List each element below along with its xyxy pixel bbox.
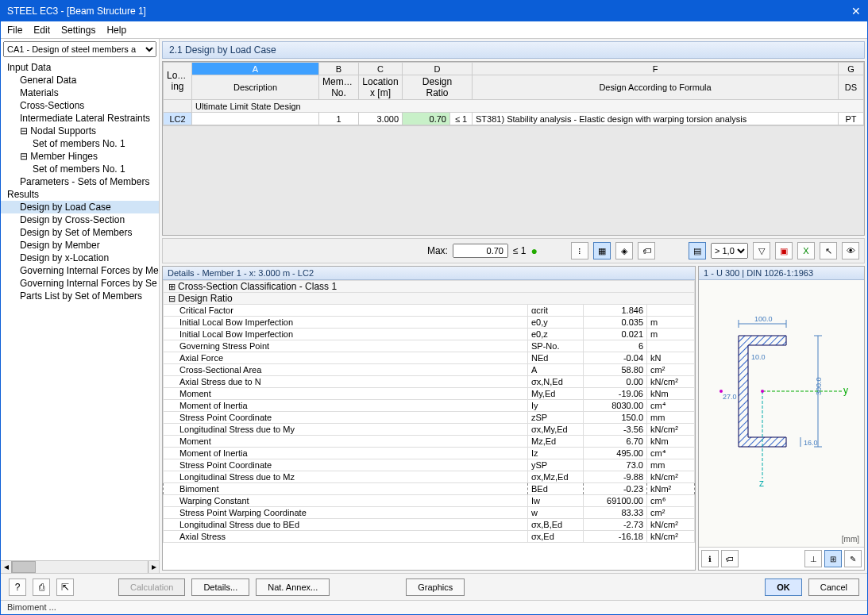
graphics-button[interactable]: Graphics [406, 578, 465, 596]
bottom-bar: ? ⎙ ⇱ Calculation Details... Nat. Annex.… [1, 573, 867, 600]
details-row[interactable]: Longitudinal Stress due to Mzσx,Mz,Ed-9.… [164, 471, 695, 483]
tool-funnel-icon[interactable]: ▽ [753, 242, 770, 259]
details-row[interactable]: Initial Local Bow Imperfectione0,y0.035m [164, 317, 695, 329]
svg-text:100.0: 100.0 [754, 315, 773, 323]
tree-design-set-members[interactable]: Design by Set of Members [1, 226, 159, 239]
print-section-icon[interactable]: ✎ [844, 550, 862, 567]
hdr-location: Location x [m] [359, 75, 403, 100]
tool-filter-icon[interactable]: ▤ [689, 242, 706, 259]
nat-annex-button[interactable]: Nat. Annex... [256, 578, 330, 596]
details-row[interactable]: Warping ConstantIw69100.00cm⁶ [164, 495, 695, 507]
col-g[interactable]: G [839, 63, 864, 75]
tag-icon[interactable]: 🏷 [721, 550, 739, 567]
tool-graph-icon[interactable]: ⫶ [571, 242, 588, 259]
col-d[interactable]: D [403, 63, 473, 75]
details-row[interactable]: BimomentBEd-0.23kNm² [164, 483, 695, 495]
details-scroll[interactable]: ⊞ Cross-Section Classification - Class 1… [163, 280, 695, 570]
nav-tree[interactable]: Input Data General Data Materials Cross-… [1, 60, 159, 560]
tree-member-hinges[interactable]: ⊟ Member Hinges [1, 150, 159, 163]
details-row[interactable]: MomentMz,Ed6.70kNm [164, 436, 695, 448]
cancel-button[interactable]: Cancel [808, 578, 859, 596]
tree-cross-sections[interactable]: Cross-Sections [1, 99, 159, 112]
menu-file[interactable]: File [7, 25, 22, 36]
details-row[interactable]: Governing Stress PointSP-No.6 [164, 340, 695, 352]
axis-icon[interactable]: ⊥ [804, 550, 822, 567]
details-row[interactable]: Stress Point Warping Coordinatew83.33cm² [164, 507, 695, 519]
tool-color-icon[interactable]: ▣ [775, 242, 793, 259]
data-row-lc2[interactable]: LC2 1 3.000 0.70 ≤ 1 ST381) Stability an… [164, 113, 864, 125]
svg-text:300.0: 300.0 [815, 377, 823, 395]
details-ratio-row[interactable]: ⊟ Design Ratio [164, 293, 695, 305]
tool-section-icon[interactable]: ▦ [593, 242, 611, 259]
details-row[interactable]: Cross-Sectional AreaA58.80cm² [164, 364, 695, 376]
cell-ds: PT [839, 113, 864, 125]
close-icon[interactable]: ✕ [851, 5, 861, 17]
tree-gov-forces-se[interactable]: Governing Internal Forces by Se [1, 277, 159, 290]
menubar: File Edit Settings Help [1, 21, 867, 39]
col-a[interactable]: A [192, 63, 319, 75]
tool-excel-icon[interactable]: X [797, 242, 815, 259]
tree-design-x-location[interactable]: Design by x-Location [1, 252, 159, 264]
details-button[interactable]: Details... [191, 578, 249, 596]
tool-tag-icon[interactable]: 🏷 [638, 242, 655, 259]
details-row[interactable]: Stress Point CoordinatezSP150.0mm [164, 412, 695, 424]
export-icon[interactable]: ⇱ [56, 578, 74, 596]
tree-nodal-supports[interactable]: ⊟ Nodal Supports [1, 125, 159, 137]
details-class-row[interactable]: ⊞ Cross-Section Classification - Class 1 [164, 281, 695, 293]
titlebar: STEEL EC3 - [Beam Structure 1] ✕ [1, 1, 867, 21]
details-row[interactable]: Longitudinal Stress due to Myσx,My,Ed-3.… [164, 424, 695, 436]
dim-icon[interactable]: ⊞ [824, 550, 842, 567]
section-row-head [164, 100, 192, 113]
sidebar-hscroll[interactable]: ◂▸ [1, 560, 159, 573]
svg-text:27.0: 27.0 [723, 393, 737, 401]
col-b[interactable]: B [319, 63, 359, 75]
menu-settings[interactable]: Settings [61, 25, 95, 36]
tree-intermediate-lateral[interactable]: Intermediate Lateral Restraints [1, 112, 159, 125]
tree-design-cross-section[interactable]: Design by Cross-Section [1, 213, 159, 226]
details-panel: Details - Member 1 - x: 3.000 m - LC2 ⊞ … [162, 266, 696, 571]
details-row[interactable]: MomentMy,Ed-19.06kNm [164, 388, 695, 400]
menu-edit[interactable]: Edit [33, 25, 50, 36]
details-row[interactable]: Stress Point CoordinateySP73.0mm [164, 459, 695, 471]
tree-design-load-case[interactable]: Design by Load Case [1, 201, 159, 213]
grid-empty-area [163, 125, 864, 235]
details-row[interactable]: Moment of InertiaIy8030.00cm⁴ [164, 400, 695, 412]
tool-eye-icon[interactable]: 👁 [842, 242, 859, 259]
section-drawing: 100.0 300.0 10.0 16.0 27.0 y z [699, 280, 864, 547]
tree-design-member[interactable]: Design by Member [1, 239, 159, 252]
tree-nodal-set1[interactable]: Set of members No. 1 [1, 137, 159, 150]
section-panel: 1 - U 300 | DIN 1026-1:1963 100.0 300.0 [698, 266, 865, 571]
tool-pick-icon[interactable]: ↖ [820, 242, 837, 259]
help-icon[interactable]: ? [9, 578, 26, 596]
info-icon[interactable]: ℹ [701, 550, 719, 567]
max-value-input[interactable] [453, 244, 508, 258]
details-row[interactable]: Axial Stress due to Nσx,N,Ed0.00kN/cm² [164, 376, 695, 388]
details-row[interactable]: Moment of InertiaIz495.00cm⁴ [164, 448, 695, 459]
details-row[interactable]: Initial Local Bow Imperfectione0,z0.021m [164, 329, 695, 340]
tree-gov-forces-me[interactable]: Governing Internal Forces by Me [1, 264, 159, 277]
col-c[interactable]: C [359, 63, 403, 75]
tree-general-data[interactable]: General Data [1, 74, 159, 86]
tree-input-data[interactable]: Input Data [1, 61, 159, 74]
section-title: 1 - U 300 | DIN 1026-1:1963 [699, 267, 864, 280]
calculation-button[interactable]: Calculation [118, 578, 185, 596]
col-f[interactable]: F [473, 63, 839, 75]
filter-select[interactable]: > 1,0 [711, 243, 748, 259]
ok-button[interactable]: OK [765, 578, 802, 596]
case-select[interactable]: CA1 - Design of steel members a [3, 41, 156, 57]
menu-help[interactable]: Help [106, 25, 126, 36]
tree-parts-list[interactable]: Parts List by Set of Members [1, 290, 159, 302]
tree-parameters[interactable]: Parameters - Sets of Members [1, 175, 159, 188]
results-grid[interactable]: Load- ing A B C D F G Description Member… [162, 61, 865, 236]
details-row[interactable]: Axial Stressσx,Ed-16.18kN/cm² [164, 531, 695, 543]
tool-3d-icon[interactable]: ◈ [615, 242, 633, 259]
details-row[interactable]: Axial ForceNEd-0.04kN [164, 352, 695, 364]
print-icon[interactable]: ⎙ [33, 578, 50, 596]
tree-member-set1[interactable]: Set of members No. 1 [1, 163, 159, 175]
content-area: 2.1 Design by Load Case Load- ing A B C … [160, 39, 867, 573]
details-row[interactable]: Longitudinal Stress due to BEdσx,B,Ed-2.… [164, 519, 695, 531]
tree-materials[interactable]: Materials [1, 86, 159, 99]
cell-member: 1 [319, 113, 359, 125]
tree-results[interactable]: Results [1, 188, 159, 201]
details-row[interactable]: Critical Factorαcrit1.846 [164, 305, 695, 317]
